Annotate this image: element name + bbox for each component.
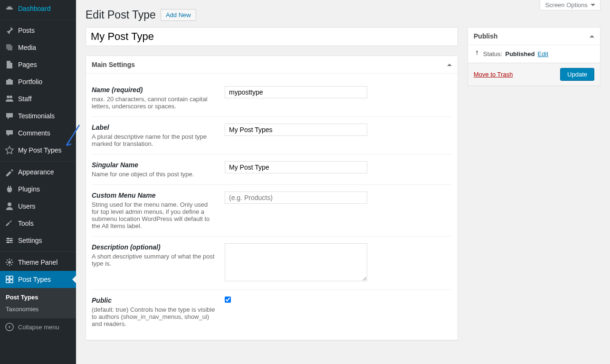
field-public: Public (default: true) Controls how the … — [92, 290, 452, 334]
sidebar-item-testimonials[interactable]: Testimonials — [0, 107, 76, 125]
sidebar-sub-taxonomies[interactable]: Taxonomies — [0, 303, 76, 315]
svg-rect-12 — [6, 280, 9, 283]
label-input[interactable] — [225, 124, 367, 136]
sidebar-item-label: Pages — [18, 61, 37, 68]
pages-icon — [5, 60, 14, 69]
field-label: Label A plural descriptive name for the … — [92, 117, 452, 154]
description-textarea[interactable] — [225, 243, 367, 281]
staff-icon — [5, 94, 14, 104]
svg-rect-13 — [10, 280, 13, 283]
field-desc: String used for the menu name. Only used… — [92, 201, 215, 230]
move-to-trash-link[interactable]: Move to Trash — [474, 71, 513, 78]
singular-name-input[interactable] — [225, 161, 367, 173]
sidebar-item-post-types[interactable]: Post Types — [0, 271, 76, 288]
svg-point-6 — [7, 238, 9, 239]
svg-rect-11 — [10, 276, 13, 279]
status-value: Published — [505, 50, 534, 57]
status-label: Status: — [483, 50, 502, 57]
chevron-up-icon — [447, 64, 452, 66]
sidebar-item-appearance[interactable]: Appearance — [0, 163, 76, 181]
main-settings-title: Main Settings — [92, 61, 135, 68]
svg-rect-10 — [6, 276, 9, 279]
sidebar-submenu: Post Types Taxonomies — [0, 288, 76, 318]
sidebar-item-dashboard[interactable]: Dashboard — [0, 0, 76, 17]
tools-icon — [5, 219, 14, 228]
sidebar-item-label: Comments — [18, 129, 50, 137]
svg-point-2 — [8, 202, 11, 206]
field-singular-name: Singular Name Name for one object of thi… — [92, 154, 452, 185]
sidebar-sub-post-types[interactable]: Post Types — [0, 291, 76, 303]
sidebar-item-portfolio[interactable]: Portfolio — [0, 73, 76, 90]
screen-options-tab[interactable]: Screen Options — [540, 0, 600, 10]
main-content: Screen Options Edit Post Type Add New Ma… — [76, 0, 610, 364]
sidebar-item-pages[interactable]: Pages — [0, 56, 76, 73]
collapse-icon — [5, 322, 14, 332]
star-icon — [5, 145, 14, 155]
field-desc: A short descriptive summary of what the … — [92, 253, 215, 267]
field-desc: A plural descriptive name for the post t… — [92, 133, 215, 147]
field-name: Name (required) max. 20 characters, cann… — [92, 79, 452, 117]
pin-icon — [474, 50, 480, 58]
field-description: Description (optional) A short descripti… — [92, 237, 452, 290]
plugins-icon — [5, 184, 14, 194]
sidebar-item-label: Users — [18, 202, 36, 210]
screen-options-label: Screen Options — [545, 1, 588, 9]
sidebar-item-label: Posts — [18, 27, 35, 34]
add-new-button[interactable]: Add New — [161, 9, 196, 21]
field-label: Name (required) — [92, 86, 215, 94]
title-input[interactable] — [86, 27, 458, 46]
field-label: Description (optional) — [92, 243, 215, 251]
collapse-menu[interactable]: Collapse menu — [0, 318, 76, 335]
public-checkbox[interactable] — [225, 297, 231, 303]
custom-menu-input[interactable] — [225, 192, 367, 204]
dashboard-icon — [5, 4, 14, 13]
sidebar-item-theme-panel[interactable]: Theme Panel — [0, 254, 76, 271]
testimonials-icon — [5, 111, 14, 121]
users-icon — [5, 201, 14, 211]
admin-sidebar: Dashboard Posts Media Pages Portfolio St… — [0, 0, 76, 364]
sidebar-item-label: Staff — [18, 95, 32, 103]
theme-panel-icon — [5, 258, 14, 267]
sidebar-item-label: Plugins — [18, 185, 40, 193]
field-desc: Name for one object of this post type. — [92, 171, 215, 178]
field-custom-menu-name: Custom Menu Name String used for the men… — [92, 185, 452, 237]
sidebar-item-comments[interactable]: Comments — [0, 125, 76, 142]
field-label: Public — [92, 297, 215, 304]
sidebar-item-label: My Post Types — [18, 146, 62, 154]
portfolio-icon — [5, 77, 14, 86]
post-types-icon — [5, 275, 14, 284]
sidebar-item-users[interactable]: Users — [0, 198, 76, 215]
field-desc: max. 20 characters, cannot contain capit… — [92, 96, 215, 110]
sidebar-item-settings[interactable]: Settings — [0, 232, 76, 249]
edit-status-link[interactable]: Edit — [538, 50, 548, 57]
field-desc: (default: true) Controls how the type is… — [92, 306, 215, 327]
sidebar-item-media[interactable]: Media — [0, 39, 76, 56]
collapse-label: Collapse menu — [18, 324, 59, 331]
appearance-icon — [5, 167, 14, 177]
sidebar-item-label: Theme Panel — [18, 259, 57, 266]
chevron-down-icon — [591, 4, 595, 6]
page-title: Edit Post Type — [86, 9, 156, 21]
sidebar-item-label: Portfolio — [18, 78, 42, 86]
svg-point-8 — [7, 241, 9, 243]
sidebar-item-staff[interactable]: Staff — [0, 90, 76, 107]
chevron-up-icon — [590, 35, 594, 38]
sidebar-item-my-post-types[interactable]: My Post Types — [0, 142, 76, 159]
sidebar-item-label: Appearance — [18, 168, 54, 176]
publish-title: Publish — [474, 32, 498, 40]
field-label: Custom Menu Name — [92, 192, 215, 199]
publish-status-row: Status: Published Edit — [474, 50, 594, 58]
sidebar-item-label: Post Types — [18, 276, 51, 283]
name-input[interactable] — [225, 86, 367, 98]
sidebar-item-tools[interactable]: Tools — [0, 215, 76, 232]
publish-header[interactable]: Publish — [468, 28, 600, 45]
update-button[interactable]: Update — [560, 68, 594, 81]
main-settings-header[interactable]: Main Settings — [86, 56, 458, 74]
sidebar-item-plugins[interactable]: Plugins — [0, 181, 76, 198]
svg-point-0 — [7, 96, 10, 98]
publish-box: Publish Status: Published Edit Move to T… — [467, 27, 600, 86]
sidebar-item-posts[interactable]: Posts — [0, 22, 76, 39]
sidebar-item-label: Dashboard — [18, 5, 51, 12]
comments-icon — [5, 128, 14, 138]
svg-point-9 — [8, 261, 11, 264]
